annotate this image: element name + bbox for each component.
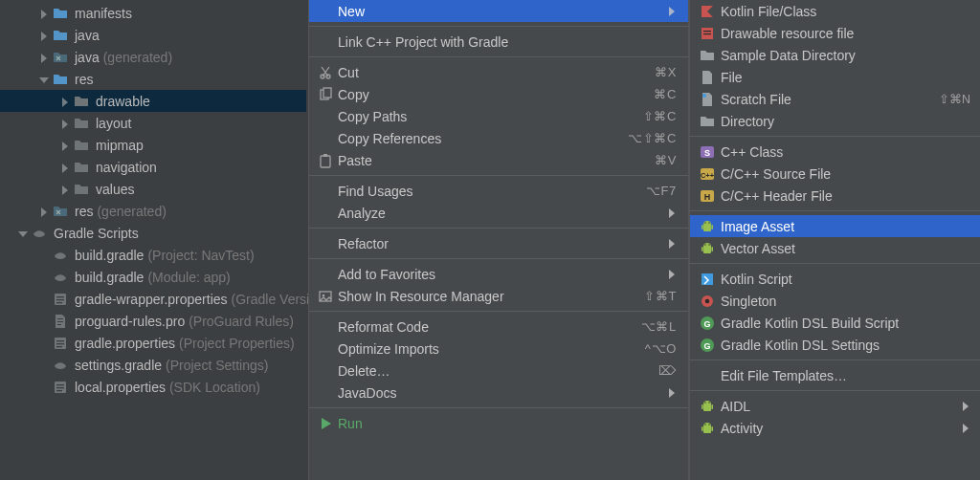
tree-item[interactable]: manifests (0, 2, 306, 24)
tree-item[interactable]: gradle.properties(Project Properties) (0, 332, 306, 354)
submenu-arrow-icon (667, 6, 677, 17)
submenu-item[interactable]: File (690, 66, 980, 88)
menu-item[interactable]: Refactor (309, 232, 688, 254)
disclosure-icon[interactable] (59, 97, 69, 106)
svg-text:S: S (704, 148, 710, 158)
tree-item[interactable]: build.gradle(Project: NavTest) (0, 244, 306, 266)
submenu-item[interactable]: HC/C++ Header File (690, 185, 980, 207)
menu-item[interactable]: Delete…⌦ (309, 360, 688, 382)
disclosure-icon[interactable] (59, 141, 69, 150)
gradle-icon (52, 248, 69, 263)
submenu-item[interactable]: GGradle Kotlin DSL Build Script (690, 312, 980, 334)
tree-item[interactable]: settings.gradle(Project Settings) (0, 354, 306, 376)
disclosure-icon[interactable] (17, 229, 27, 238)
menu-item[interactable]: Copy Paths⇧⌘C (309, 105, 688, 127)
tree-item[interactable]: values (0, 178, 306, 200)
submenu-item[interactable]: SC++ Class (690, 141, 980, 163)
submenu-label: Singleton (717, 294, 970, 309)
svg-rect-48 (702, 404, 703, 409)
menu-item[interactable]: Find Usages⌥F7 (309, 180, 688, 202)
submenu-item[interactable]: GGradle Kotlin DSL Settings (690, 334, 980, 356)
disclosure-icon[interactable] (59, 185, 69, 194)
submenu-item[interactable]: Sample Data Directory (690, 44, 980, 66)
tree-item[interactable]: build.gradle(Module: app) (0, 266, 306, 288)
disclosure-icon[interactable] (38, 207, 48, 216)
new-submenu[interactable]: Kotlin File/ClassDrawable resource fileS… (689, 0, 980, 480)
svg-rect-34 (711, 225, 713, 229)
gradle-icon (52, 358, 69, 373)
tree-item[interactable]: navigation (0, 156, 306, 178)
android-icon (698, 219, 717, 234)
cpp-badge-icon: C++ (698, 166, 717, 182)
submenu-arrow-icon (667, 207, 677, 219)
submenu-item[interactable]: Directory (690, 110, 980, 132)
submenu-item[interactable]: Activity (690, 417, 980, 439)
svg-point-35 (704, 222, 705, 223)
svg-point-22 (323, 294, 325, 296)
tree-item[interactable]: Gradle Scripts (0, 222, 306, 244)
menu-item[interactable]: Paste⌘V (309, 149, 688, 171)
disclosure-icon (38, 251, 48, 260)
tree-hint: (ProGuard Rules) (189, 314, 294, 329)
tree-item[interactable]: java(generated) (0, 46, 306, 68)
submenu-item[interactable]: Vector Asset (690, 237, 980, 259)
svg-rect-38 (711, 247, 713, 251)
menu-label: Run (334, 416, 677, 431)
menu-shortcut: ⇧⌘C (643, 109, 677, 123)
folder-blue-icon (52, 28, 69, 43)
submenu-item[interactable]: AIDL (690, 395, 980, 417)
submenu-arrow-icon (667, 387, 677, 399)
menu-item[interactable]: Analyze (309, 202, 688, 224)
menu-item[interactable]: Copy References⌥⇧⌘C (309, 127, 688, 149)
tree-item[interactable]: mipmap (0, 134, 306, 156)
menu-separator (309, 258, 688, 259)
tree-label: build.gradle (75, 270, 144, 285)
menu-item[interactable]: Copy⌘C (309, 83, 688, 105)
submenu-item[interactable]: Singleton (690, 290, 980, 312)
tree-hint: (SDK Location) (169, 380, 260, 395)
submenu-label: Sample Data Directory (717, 48, 970, 63)
disclosure-icon[interactable] (38, 31, 48, 40)
menu-item[interactable]: New (309, 0, 688, 22)
tree-item[interactable]: gradle-wrapper.properties(Gradle Version… (0, 288, 306, 310)
file-icon (698, 70, 717, 85)
submenu-item[interactable]: Image Asset (690, 215, 980, 237)
tree-item[interactable]: res (0, 68, 306, 90)
submenu-label: C++ Class (717, 144, 970, 160)
project-tree[interactable]: manifestsjavajava(generated)resdrawablel… (0, 0, 306, 480)
submenu-label: C/C++ Header File (717, 188, 970, 204)
menu-item[interactable]: Link C++ Project with Gradle (309, 31, 688, 53)
tree-item[interactable]: local.properties(SDK Location) (0, 376, 306, 398)
submenu-item[interactable]: Scratch File⇧⌘N (690, 88, 980, 110)
menu-item[interactable]: Add to Favorites (309, 263, 688, 285)
tree-item[interactable]: res(generated) (0, 200, 306, 222)
file-b-icon (698, 92, 717, 107)
menu-item[interactable]: Cut⌘X (309, 61, 688, 83)
g-badge-icon: G (698, 338, 717, 353)
disclosure-icon[interactable] (59, 119, 69, 128)
menu-item[interactable]: Show In Resource Manager⇧⌘T (309, 285, 688, 307)
tree-item[interactable]: drawable (0, 90, 306, 112)
h-badge-icon: H (698, 188, 717, 204)
disclosure-icon[interactable] (38, 9, 48, 18)
submenu-item[interactable]: Kotlin File/Class (690, 0, 980, 22)
disclosure-icon[interactable] (38, 75, 48, 84)
disclosure-icon[interactable] (59, 163, 69, 172)
props-icon (52, 292, 69, 307)
menu-item[interactable]: Run (309, 412, 688, 434)
context-menu[interactable]: NewLink C++ Project with GradleCut⌘XCopy… (308, 0, 689, 480)
submenu-item[interactable]: Kotlin Script (690, 268, 980, 290)
menu-item[interactable]: JavaDocs (309, 382, 688, 404)
menu-item[interactable]: Reformat Code⌥⌘L (309, 316, 688, 338)
disclosure-icon[interactable] (38, 53, 48, 62)
tree-item[interactable]: proguard-rules.pro(ProGuard Rules) (0, 310, 306, 332)
submenu-arrow-icon (667, 269, 677, 280)
menu-separator (690, 210, 980, 211)
submenu-item[interactable]: C++C/C++ Source File (690, 163, 980, 185)
resmgr-icon (317, 289, 334, 304)
submenu-item[interactable]: Edit File Templates… (690, 364, 980, 386)
tree-item[interactable]: layout (0, 112, 306, 134)
submenu-item[interactable]: Drawable resource file (690, 22, 980, 44)
tree-item[interactable]: java (0, 24, 306, 46)
menu-item[interactable]: Optimize Imports^⌥O (309, 338, 688, 360)
